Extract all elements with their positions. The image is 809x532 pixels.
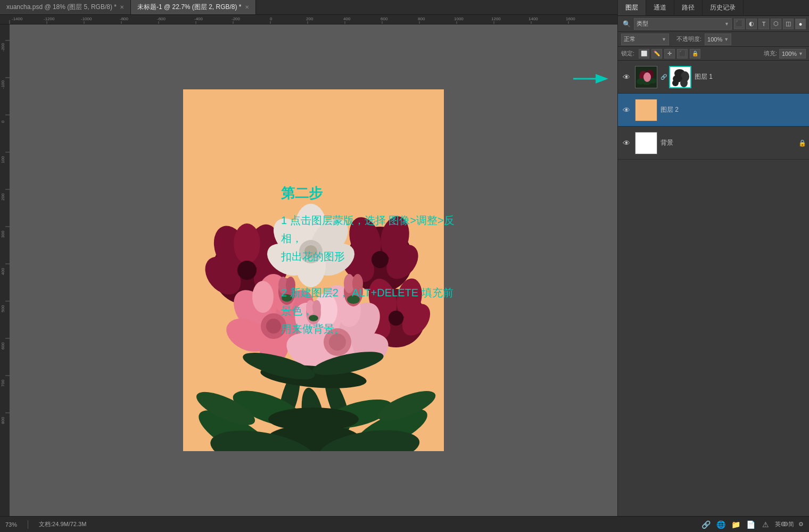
svg-text:400: 400 — [1, 268, 5, 275]
svg-point-137 — [637, 78, 645, 85]
layer-2-thumb — [635, 99, 657, 121]
bottom-link-icon[interactable]: 🔗 — [700, 519, 711, 530]
tab-untitled[interactable]: 未标题-1 @ 22.7% (图层 2, RGB/8) * ✕ — [131, 0, 256, 14]
bottom-doc-icon[interactable]: 📄 — [745, 519, 756, 530]
tab-history[interactable]: 历史记录 — [703, 0, 744, 15]
svg-text:100: 100 — [1, 156, 5, 163]
annotation-line1: 1 点击图层蒙版，选择 图像>调整>反相， — [281, 211, 462, 247]
lock-position-btn[interactable]: ✛ — [664, 49, 675, 59]
tab-untitled-close[interactable]: ✕ — [245, 4, 249, 10]
bottom-folder-icon[interactable]: 📁 — [730, 519, 741, 530]
tab-layers[interactable]: 图层 — [618, 0, 646, 15]
tab-channels[interactable]: 通道 — [646, 0, 674, 15]
layer-item-2[interactable]: 👁 图层 2 — [618, 94, 809, 127]
bottom-warning-icon[interactable]: ⚠ — [760, 519, 771, 530]
layer-item-1[interactable]: 👁 🔗 — [618, 61, 809, 94]
layer-filter-icons: ⬛ ◐ T ⬡ ◫ ● — [734, 19, 806, 29]
annotation-title: 第二步 — [281, 184, 462, 203]
lock-artboard-btn[interactable]: ⬛ — [677, 49, 688, 59]
opacity-label: 不透明度: — [676, 35, 701, 43]
bottom-globe-icon[interactable]: 🌐 — [715, 519, 726, 530]
svg-point-145 — [672, 80, 679, 86]
annotation-body: 1 点击图层蒙版，选择 图像>调整>反相， 扣出花的图形 2 新建图层2， AL… — [281, 211, 462, 338]
tab-history-label: 历史记录 — [710, 3, 736, 12]
layer-1-mask-thumb[interactable] — [669, 66, 691, 88]
layer-2-visibility-toggle[interactable]: 👁 — [621, 105, 632, 115]
opacity-value: 100% — [707, 36, 722, 43]
layers-search-row: 🔍 类型 ▼ ⬛ ◐ T ⬡ ◫ ● — [618, 16, 809, 32]
fill-label: 填充: — [764, 49, 777, 57]
annotation-line4: 用来做背景。 — [281, 320, 462, 338]
lock-row: 锁定: ⬜ ✏️ ✛ ⬛ 🔒 填充: 100% ▼ — [618, 47, 809, 61]
right-panel: 图层 通道 路径 历史记录 🔍 类型 ▼ ⬛ ◐ T ⬡ ◫ ● 正常 ▼ — [617, 0, 809, 532]
svg-text:-1400: -1400 — [12, 16, 23, 21]
layer-2-name: 图层 2 — [661, 105, 806, 114]
svg-text:1600: 1600 — [566, 16, 575, 21]
filter-toggle[interactable]: ● — [795, 19, 806, 29]
svg-text:300: 300 — [1, 230, 5, 238]
svg-text:600: 600 — [381, 16, 388, 21]
gear-icon[interactable]: ⚙ — [798, 521, 804, 528]
doc-size: 文档:24.9M/72.3M — [39, 520, 86, 528]
layer-bg-thumb — [635, 132, 657, 154]
annotation-text: 第二步 1 点击图层蒙版，选择 图像>调整>反相， 扣出花的图形 2 新建图层2… — [281, 184, 462, 338]
svg-point-76 — [237, 261, 257, 280]
filter-smartobj-icon[interactable]: ◫ — [783, 19, 794, 29]
filter-pixel-icon[interactable]: ⬛ — [734, 19, 745, 29]
filter-adjustment-icon[interactable]: ◐ — [746, 19, 757, 29]
lock-label: 锁定: — [621, 49, 634, 57]
language-label: 英ↂ简 — [775, 520, 794, 528]
svg-text:-1200: -1200 — [44, 16, 55, 21]
svg-text:1200: 1200 — [491, 16, 501, 21]
fill-value: 100% — [782, 51, 797, 57]
svg-text:-200: -200 — [1, 43, 5, 52]
panel-tabs: 图层 通道 路径 历史记录 — [618, 0, 809, 16]
canvas-area: 第二步 1 点击图层蒙版，选择 图像>调整>反相， 扣出花的图形 2 新建图层2… — [10, 24, 617, 516]
lock-pixels-btn[interactable]: ⬜ — [639, 49, 649, 59]
ruler-vertical: -200 -100 0 100 200 300 400 500 600 700 … — [0, 24, 10, 516]
status-bar: 73% 文档:24.9M/72.3M 🔗 🌐 📁 📄 ⚠ 英ↂ简 ⚙ — [0, 516, 809, 532]
svg-text:-600: -600 — [157, 16, 166, 21]
zoom-level: 73% — [5, 521, 17, 528]
status-divider-1 — [28, 520, 28, 529]
tab-xuancha-close[interactable]: ✕ — [120, 4, 124, 10]
annotation-line3: 2 新建图层2， ALT+DELETE 填充前景色， — [281, 284, 462, 320]
layers-list: 👁 🔗 — [618, 61, 809, 516]
chevron-down-icon: ▼ — [724, 21, 729, 27]
svg-text:200: 200 — [306, 16, 313, 21]
svg-text:0: 0 — [1, 120, 5, 123]
svg-point-144 — [680, 79, 688, 87]
layer-1-name: 图层 1 — [695, 72, 806, 81]
svg-text:1400: 1400 — [529, 16, 538, 21]
svg-text:-400: -400 — [194, 16, 203, 21]
svg-text:800: 800 — [1, 417, 5, 424]
filter-shape-icon[interactable]: ⬡ — [771, 19, 781, 29]
search-icon: 🔍 — [621, 19, 632, 29]
layer-1-link-icon: 🔗 — [661, 74, 666, 80]
tab-untitled-label: 未标题-1 @ 22.7% (图层 2, RGB/8) * — [137, 3, 242, 12]
layer-bg-visibility-toggle[interactable]: 👁 — [621, 138, 632, 148]
opacity-input[interactable]: 100% ▼ — [705, 34, 731, 45]
layer-1-visibility-toggle[interactable]: 👁 — [621, 72, 632, 82]
type-filter-dropdown[interactable]: 类型 ▼ — [634, 18, 732, 30]
svg-text:400: 400 — [343, 16, 351, 21]
svg-text:-200: -200 — [232, 16, 241, 21]
annotation-line2: 扣出花的图形 — [281, 247, 462, 265]
opacity-chevron-icon: ▼ — [724, 37, 729, 42]
svg-text:1000: 1000 — [454, 16, 464, 21]
fill-chevron-icon: ▼ — [798, 51, 803, 56]
type-filter-label: 类型 — [637, 20, 648, 28]
blend-mode-dropdown[interactable]: 正常 ▼ — [621, 34, 669, 45]
svg-point-139 — [643, 72, 651, 82]
blend-mode-label: 正常 — [624, 35, 635, 43]
lock-image-btn[interactable]: ✏️ — [651, 49, 662, 59]
fill-input[interactable]: 100% ▼ — [779, 49, 806, 59]
lock-all-btn[interactable]: 🔒 — [690, 49, 700, 59]
layer-item-bg[interactable]: 👁 背景 🔒 — [618, 127, 809, 160]
filter-text-icon[interactable]: T — [758, 19, 769, 29]
layer-bg-lock-icon: 🔒 — [798, 139, 806, 147]
tab-paths[interactable]: 路径 — [674, 0, 703, 15]
svg-text:800: 800 — [418, 16, 425, 21]
tab-xuancha[interactable]: xuancha.psd @ 18% (图层 5, RGB/8) * ✕ — [0, 0, 131, 14]
svg-point-75 — [234, 223, 260, 264]
